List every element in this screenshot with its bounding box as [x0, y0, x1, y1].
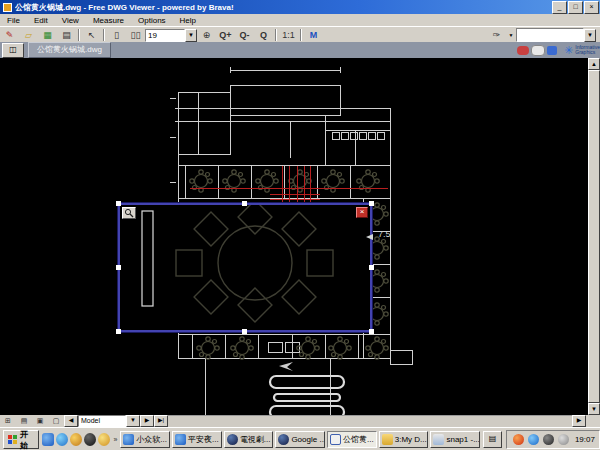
verify-dropdown-icon[interactable]: ▼ [506, 30, 516, 41]
tray-thunder-icon[interactable] [513, 434, 524, 445]
magnifier-icon[interactable] [122, 207, 136, 219]
taskbar-button-4[interactable]: Google ... [275, 431, 325, 448]
taskbar-button-label: 平安夜... [188, 434, 219, 445]
resize-handle[interactable] [369, 201, 374, 206]
print-preview-icon[interactable]: ▤ [17, 416, 31, 426]
quicklaunch-overflow-icon[interactable]: » [113, 436, 117, 443]
scroll-down-icon[interactable]: ▼ [588, 403, 600, 415]
title-bar: 公馆黄火锅城.dwg - Free DWG Viewer - powered b… [0, 0, 600, 14]
taskbar-button-label: 小众软... [136, 434, 167, 445]
resize-handle[interactable] [116, 201, 121, 206]
tray-msn-icon[interactable] [528, 434, 539, 445]
menu-help[interactable]: Help [173, 16, 203, 25]
menu-measure[interactable]: Measure [86, 16, 131, 25]
takeoff-white-icon[interactable] [531, 45, 545, 56]
brava-icon[interactable]: M [305, 29, 322, 42]
horizontal-scroll-track[interactable] [168, 415, 572, 428]
ie-quicklaunch-icon[interactable] [42, 433, 54, 446]
pages-icon[interactable]: ▯▯ [127, 29, 144, 42]
taskbar: 开始 » 小众软... 平安夜... 電視劇... Google ... 公馆黄… [0, 427, 600, 450]
takeoff-blue-icon[interactable] [547, 46, 557, 55]
magnified-table-view [120, 205, 370, 330]
taskbar-button-6[interactable]: 3:My D... [379, 431, 429, 448]
open-file-icon[interactable]: ▱ [20, 29, 37, 42]
window-title: 公馆黄火锅城.dwg - Free DWG Viewer - powered b… [15, 2, 552, 13]
toolbar-separator [103, 29, 105, 41]
print-icon[interactable]: ▤ [58, 29, 75, 42]
takeoff-red-icon[interactable] [517, 46, 529, 55]
zoom-out-icon[interactable]: Q- [236, 29, 253, 42]
qq-icon[interactable] [84, 433, 96, 446]
pan-hand-icon[interactable]: ⊕ [198, 29, 215, 42]
informative-graphics-logo: ✳ Informative Graphics [564, 44, 600, 57]
sheet-last-button[interactable]: ▶| [154, 415, 168, 427]
taskbar-button-label: 公馆黄... [343, 434, 374, 445]
maximize-button[interactable]: □ [568, 1, 583, 14]
tray-network-icon[interactable] [543, 434, 554, 445]
close-button[interactable]: × [584, 1, 599, 14]
page-icon[interactable]: ▯ [108, 29, 125, 42]
search-dropdown-icon[interactable]: ▼ [584, 29, 596, 42]
toolbar-separator [78, 29, 80, 41]
display-icon[interactable]: ▢ [49, 416, 63, 426]
document-tab-bar: ◫ 公馆黄火锅城.dwg ✳ Informative Graphics [0, 42, 600, 58]
vertical-scroll-thumb[interactable] [588, 70, 600, 403]
magnifier-window[interactable]: × [118, 203, 372, 332]
sheet-next-button[interactable]: ▶ [140, 415, 154, 427]
start-label: 开始 [20, 429, 34, 450]
menu-file[interactable]: File [0, 16, 27, 25]
markup-icon[interactable]: ✎ [1, 29, 18, 42]
minimize-button[interactable]: _ [552, 1, 567, 14]
zoom-level-input[interactable]: 19 [145, 29, 185, 42]
vertical-scrollbar[interactable]: ▲ ▼ [588, 58, 600, 415]
zoom-level-dropdown-icon[interactable]: ▼ [185, 29, 197, 42]
page-list-icon[interactable]: ◫ [2, 43, 24, 58]
globe-icon [227, 434, 238, 445]
drawing-canvas[interactable]: × 7.5 [0, 58, 588, 415]
document-tab[interactable]: 公馆黄火锅城.dwg [28, 42, 111, 58]
face-icon[interactable] [98, 433, 110, 446]
zoom-in-icon[interactable]: Q+ [217, 29, 234, 42]
taskbar-button-7[interactable]: snap1 -... [430, 431, 480, 448]
shield-icon[interactable] [70, 433, 82, 446]
clock: 19:07 [575, 435, 595, 444]
printer-button[interactable]: ▤ [483, 431, 502, 448]
verify-stamp-icon[interactable]: ✑ [488, 29, 505, 42]
resize-handle[interactable] [369, 265, 374, 270]
save-icon[interactable]: ▦ [39, 29, 56, 42]
desktop: 公馆黄火锅城.dwg - Free DWG Viewer - powered b… [0, 0, 600, 450]
taskbar-button-1[interactable]: 小众软... [120, 431, 170, 448]
fit-page-icon[interactable]: 1:1 [280, 29, 297, 42]
taskbar-button-3[interactable]: 電視劇... [224, 431, 274, 448]
taskbar-button-active-dwg[interactable]: 公馆黄... [327, 431, 377, 448]
fit-width-icon[interactable]: ⊞ [1, 416, 15, 426]
sheet-prev-button[interactable]: ◀ [64, 415, 78, 427]
messenger-icon[interactable] [56, 433, 68, 446]
markup-page-icon[interactable]: ▣ [33, 416, 47, 426]
search-combo-input[interactable] [516, 28, 584, 42]
menu-options[interactable]: Options [131, 16, 173, 25]
resize-handle[interactable] [242, 201, 247, 206]
zoom-window-icon[interactable]: Q [255, 29, 272, 42]
taskbar-button-label: 電視劇... [240, 434, 271, 445]
resize-handle[interactable] [369, 329, 374, 334]
menu-edit[interactable]: Edit [27, 16, 55, 25]
resize-handle[interactable] [116, 265, 121, 270]
hscroll-right-icon[interactable]: ▶ [572, 415, 586, 427]
sheet-dropdown-icon[interactable]: ▼ [126, 415, 140, 427]
resize-handle[interactable] [116, 329, 121, 334]
windows-logo-icon [8, 435, 17, 444]
select-cursor-icon[interactable]: ↖ [83, 29, 100, 42]
resize-handle[interactable] [242, 329, 247, 334]
close-icon[interactable]: × [356, 207, 368, 218]
start-button[interactable]: 开始 [3, 430, 39, 449]
taskbar-button-label: snap1 -... [446, 435, 479, 444]
toolbar-separator [300, 29, 302, 41]
sheet-select[interactable]: Model [78, 415, 126, 427]
scroll-up-icon[interactable]: ▲ [588, 58, 600, 70]
ie-icon [175, 434, 186, 445]
tray-volume-icon[interactable] [558, 434, 569, 445]
taskbar-button-2[interactable]: 平安夜... [172, 431, 222, 448]
toolbar: ✎ ▱ ▦ ▤ ↖ ▯ ▯▯ 19 ▼ ⊕ Q+ Q- Q 1:1 M ✑ ▼ … [0, 26, 600, 43]
menu-view[interactable]: View [55, 16, 86, 25]
